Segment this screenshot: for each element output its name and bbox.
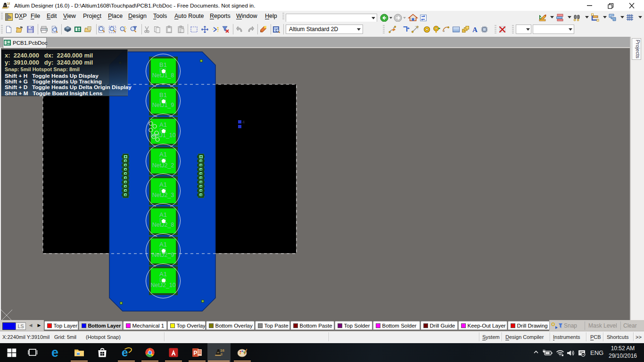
svg-text:8: 8: [221, 353, 223, 356]
svg-text:8: 8: [8, 6, 9, 8]
svg-text:e: e: [51, 346, 58, 359]
svg-text:P: P: [194, 350, 198, 356]
svg-text:16: 16: [7, 2, 10, 5]
svg-text:A: A: [472, 26, 478, 33]
svg-text:16: 16: [220, 348, 224, 353]
